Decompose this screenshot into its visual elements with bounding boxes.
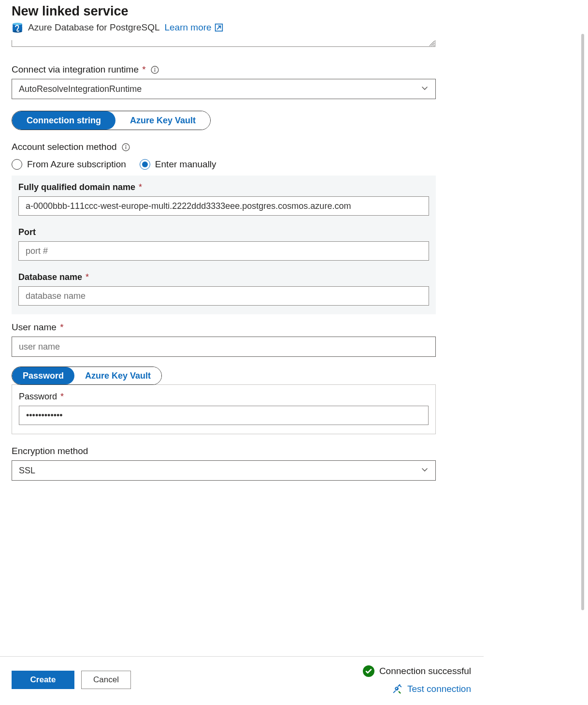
svg-rect-7 [155, 69, 155, 72]
account-selection-radios: From Azure subscription Enter manually [12, 159, 484, 170]
learn-more-link[interactable]: Learn more [164, 22, 223, 33]
integration-runtime-value: AutoResolveIntegrationRuntime [19, 84, 142, 94]
learn-more-label: Learn more [164, 22, 211, 33]
account-selection-label: Account selection method [12, 142, 117, 152]
encryption-value: SSL [19, 466, 35, 476]
svg-point-9 [126, 145, 127, 146]
description-textarea-bottom[interactable] [12, 40, 435, 47]
required-asterisk: * [140, 64, 146, 74]
radio-icon [12, 159, 22, 170]
username-label: User name * [12, 322, 64, 333]
chevron-down-icon [421, 466, 429, 476]
port-label: Port [18, 227, 36, 237]
page-title: New linked service [12, 4, 484, 19]
fqdn-input[interactable] [18, 196, 429, 216]
tab-password[interactable]: Password [12, 367, 74, 384]
encryption-select[interactable]: SSL [12, 460, 436, 481]
chevron-down-icon [421, 84, 429, 94]
scrollbar-thumb[interactable] [581, 34, 584, 560]
external-link-icon [215, 23, 223, 32]
info-icon[interactable] [122, 143, 130, 151]
tab-password-key-vault[interactable]: Azure Key Vault [74, 367, 161, 384]
info-icon[interactable] [151, 65, 159, 74]
radio-enter-manually-label: Enter manually [155, 159, 216, 170]
password-label: Password * [19, 392, 64, 402]
svg-rect-10 [126, 147, 126, 149]
fqdn-label: Fully qualified domain name * [18, 182, 142, 192]
radio-icon [140, 159, 150, 170]
encryption-label: Encryption method [12, 446, 88, 456]
integration-runtime-label: Connect via integration runtime * [12, 64, 146, 75]
tab-azure-key-vault[interactable]: Azure Key Vault [115, 111, 210, 130]
svg-point-6 [155, 68, 156, 69]
password-input[interactable] [19, 406, 429, 425]
port-input[interactable] [18, 241, 429, 261]
connection-method-tabs: Connection string Azure Key Vault [12, 111, 211, 130]
resize-grip-icon[interactable] [428, 40, 435, 46]
database-name-label: Database name * [18, 272, 89, 282]
radio-from-subscription[interactable]: From Azure subscription [12, 159, 126, 170]
username-input[interactable] [12, 337, 436, 357]
subtitle-text: Azure Database for PostgreSQL [28, 22, 159, 33]
manual-entry-panel: Fully qualified domain name * Port Datab… [12, 176, 436, 314]
subtitle-row: Azure Database for PostgreSQL Learn more [12, 22, 484, 33]
radio-from-subscription-label: From Azure subscription [27, 159, 126, 170]
tab-connection-string[interactable]: Connection string [12, 111, 115, 130]
postgresql-icon [12, 22, 23, 33]
database-name-input[interactable] [18, 286, 429, 306]
password-method-tabs: Password Azure Key Vault [12, 367, 162, 385]
password-panel: Password * [12, 384, 436, 434]
integration-runtime-select[interactable]: AutoResolveIntegrationRuntime [12, 79, 436, 99]
radio-enter-manually[interactable]: Enter manually [140, 159, 216, 170]
vertical-scrollbar[interactable] [581, 34, 584, 560]
